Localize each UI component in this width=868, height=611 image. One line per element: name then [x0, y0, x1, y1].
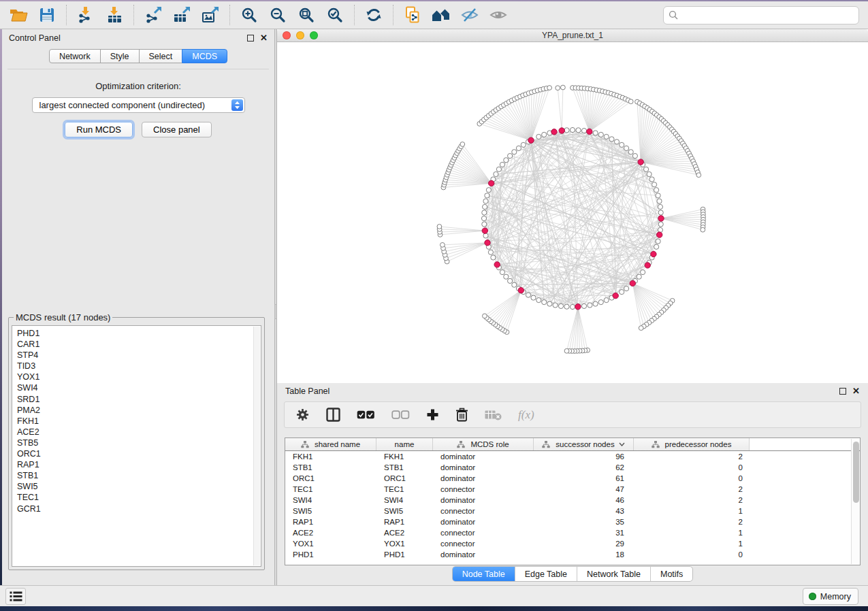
mcds-result-item[interactable]: PHD1: [17, 328, 261, 339]
network-node[interactable]: [598, 132, 603, 137]
column-header-predecessor-nodes[interactable]: predecessor nodes: [634, 438, 750, 450]
mcds-node[interactable]: [528, 137, 534, 143]
table-row[interactable]: TEC1TEC1connector472: [285, 484, 860, 495]
mcds-result-item[interactable]: STB1: [17, 470, 261, 481]
table-row[interactable]: SWI5SWI5connector431: [285, 506, 860, 516]
network-node[interactable]: [512, 282, 517, 287]
network-leaf-node[interactable]: [460, 142, 465, 147]
mcds-result-item[interactable]: PMA2: [17, 405, 261, 416]
float-panel-icon[interactable]: [247, 35, 254, 42]
tab-network-table[interactable]: Network Table: [577, 567, 650, 581]
open-session-icon[interactable]: [4, 3, 33, 27]
network-node[interactable]: [536, 298, 541, 303]
network-node[interactable]: [500, 162, 504, 167]
network-node[interactable]: [620, 290, 624, 295]
search-box[interactable]: [663, 6, 859, 24]
column-header-shared-name[interactable]: shared name: [285, 438, 376, 450]
network-node[interactable]: [483, 204, 487, 209]
network-node[interactable]: [531, 295, 536, 300]
mcds-result-item[interactable]: GCR1: [17, 503, 261, 514]
network-node[interactable]: [658, 227, 662, 232]
network-node[interactable]: [570, 304, 575, 309]
network-canvas[interactable]: [277, 42, 868, 383]
mcds-result-item[interactable]: TEC1: [17, 492, 261, 503]
network-node[interactable]: [542, 300, 547, 305]
network-leaf-node[interactable]: [701, 227, 705, 232]
network-node[interactable]: [658, 204, 662, 209]
table-row[interactable]: YOX1YOX1connector291: [285, 538, 860, 549]
network-node[interactable]: [483, 199, 488, 203]
network-node[interactable]: [564, 304, 569, 309]
network-node[interactable]: [494, 171, 498, 176]
run-mcds-button[interactable]: Run MCDS: [65, 122, 133, 137]
tab-mcds[interactable]: MCDS: [182, 49, 227, 63]
tab-motifs[interactable]: Motifs: [650, 567, 692, 581]
add-column-icon[interactable]: [426, 408, 439, 421]
mcds-result-item[interactable]: SRD1: [17, 394, 261, 405]
mcds-node[interactable]: [485, 240, 490, 246]
mcds-result-item[interactable]: SWI5: [17, 481, 261, 492]
network-node[interactable]: [656, 239, 660, 244]
network-node[interactable]: [654, 188, 659, 193]
mcds-result-item[interactable]: TID3: [17, 361, 261, 371]
mcds-result-item[interactable]: ACE2: [17, 427, 261, 437]
network-node[interactable]: [508, 278, 513, 283]
network-node[interactable]: [536, 134, 541, 139]
import-table-icon[interactable]: [100, 3, 129, 27]
network-node[interactable]: [593, 131, 598, 135]
export-table-icon[interactable]: [167, 3, 196, 27]
network-node[interactable]: [581, 303, 586, 308]
column-header-successor-nodes[interactable]: successor nodes: [534, 438, 634, 450]
network-node[interactable]: [508, 154, 513, 159]
memory-button[interactable]: Memory: [803, 588, 858, 605]
network-node[interactable]: [609, 137, 614, 142]
network-node[interactable]: [641, 270, 645, 275]
table-scrollbar-thumb[interactable]: [853, 442, 859, 503]
network-node[interactable]: [488, 250, 493, 254]
mcds-result-item[interactable]: STP4: [17, 350, 261, 361]
mcds-node[interactable]: [651, 251, 656, 257]
network-node[interactable]: [598, 300, 603, 305]
close-table-panel-icon[interactable]: ✕: [852, 388, 860, 395]
mcds-node[interactable]: [645, 263, 650, 268]
network-node[interactable]: [649, 177, 654, 182]
mcds-node[interactable]: [638, 159, 643, 165]
mcds-node[interactable]: [518, 288, 524, 293]
network-node[interactable]: [491, 255, 496, 260]
network-leaf-node[interactable]: [561, 85, 566, 90]
network-node[interactable]: [483, 233, 488, 238]
select-all-icon[interactable]: [357, 410, 375, 420]
network-node[interactable]: [542, 132, 547, 137]
split-panel-icon[interactable]: [326, 408, 340, 422]
network-node[interactable]: [658, 222, 663, 227]
export-image-icon[interactable]: [196, 3, 225, 27]
network-leaf-node[interactable]: [628, 99, 633, 104]
mcds-node[interactable]: [613, 293, 618, 298]
mcds-list-scrollbar[interactable]: [253, 327, 260, 565]
mcds-node[interactable]: [587, 129, 592, 134]
close-panel-button[interactable]: Close panel: [142, 122, 212, 137]
table-row[interactable]: ACE2ACE2connector311: [285, 527, 860, 538]
mcds-node[interactable]: [551, 129, 557, 135]
mcds-result-item[interactable]: SWI4: [17, 382, 261, 393]
network-node[interactable]: [604, 298, 609, 303]
network-leaf-node[interactable]: [440, 243, 445, 248]
mcds-result-item[interactable]: RAP1: [17, 459, 261, 470]
tab-select[interactable]: Select: [139, 49, 183, 63]
tab-network[interactable]: Network: [49, 49, 101, 63]
optimization-criterion-select[interactable]: largest connected component (undirected): [32, 97, 245, 113]
hide-graphics-details-icon[interactable]: [455, 3, 484, 27]
table-row[interactable]: ORC1ORC1dominator610: [285, 473, 860, 484]
network-node[interactable]: [526, 293, 530, 297]
network-node[interactable]: [647, 171, 652, 176]
zoom-fit-icon[interactable]: [292, 3, 321, 27]
mcds-result-item[interactable]: STB5: [17, 437, 261, 448]
network-node[interactable]: [504, 158, 509, 163]
mcds-node[interactable]: [657, 232, 662, 237]
network-node[interactable]: [658, 210, 663, 215]
network-leaf-node[interactable]: [483, 314, 487, 318]
network-node[interactable]: [632, 154, 637, 159]
network-node[interactable]: [624, 286, 629, 291]
network-node[interactable]: [657, 199, 662, 203]
network-node[interactable]: [576, 128, 581, 133]
